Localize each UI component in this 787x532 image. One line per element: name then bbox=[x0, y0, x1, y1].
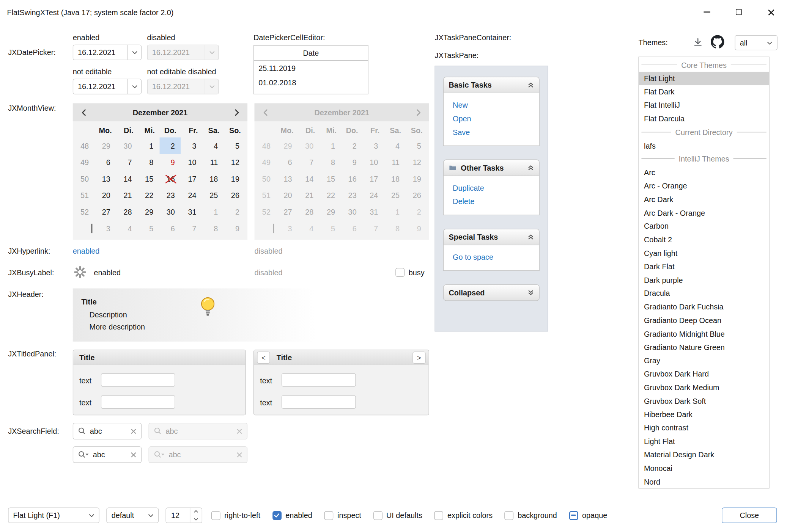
theme-list-item[interactable]: Hiberbee Dark bbox=[639, 408, 769, 421]
table-row[interactable]: 25.11.2019 bbox=[254, 61, 368, 75]
theme-list-item[interactable]: Gradianto Nature Green bbox=[639, 341, 769, 354]
taskpane-link[interactable]: Open bbox=[453, 112, 539, 126]
calendar-day[interactable]: 8 bbox=[138, 154, 159, 171]
calendar-day[interactable]: 28 bbox=[116, 204, 138, 220]
spinner-value[interactable]: 12 bbox=[166, 508, 190, 523]
theme-list-item[interactable]: Arc - Orange bbox=[639, 179, 769, 192]
checkbox-enabled[interactable]: enabled bbox=[272, 511, 312, 520]
calendar-day[interactable]: 30 bbox=[159, 204, 181, 220]
taskpane-link[interactable]: New bbox=[453, 98, 539, 112]
search-field[interactable]: abc bbox=[73, 423, 142, 439]
taskpane-header[interactable]: Other Tasks bbox=[443, 160, 540, 176]
theme-list-item[interactable]: Cyan light bbox=[639, 246, 769, 260]
calendar-day[interactable]: 3 bbox=[95, 220, 116, 237]
clear-icon[interactable] bbox=[131, 428, 137, 434]
taskpane-link[interactable]: Delete bbox=[453, 195, 539, 208]
taskpane-link[interactable]: Duplicate bbox=[453, 181, 539, 195]
calendar-day[interactable]: 11 bbox=[202, 154, 224, 171]
theme-list-item[interactable]: Flat IntelliJ bbox=[639, 99, 769, 112]
calendar-day[interactable]: 22 bbox=[138, 187, 159, 204]
checkbox-opaque[interactable]: opaque bbox=[569, 511, 608, 520]
theme-list-item[interactable]: Nord bbox=[639, 475, 769, 488]
theme-list-item[interactable]: Gruvbox Dark Medium bbox=[639, 381, 769, 394]
calendar-day[interactable]: 24 bbox=[181, 187, 203, 204]
theme-list-item[interactable]: High contrast bbox=[639, 421, 769, 434]
theme-list-item[interactable]: Gradianto Dark Fuchsia bbox=[639, 300, 769, 313]
taskpane-header[interactable]: Special Tasks bbox=[443, 229, 540, 245]
calendar-day[interactable]: 26 bbox=[224, 187, 246, 204]
next-month-button[interactable] bbox=[229, 105, 243, 119]
table-row[interactable]: 01.02.2018 bbox=[254, 75, 368, 89]
theme-list-item[interactable]: Monocai bbox=[639, 461, 769, 475]
calendar-day[interactable]: 5 bbox=[138, 220, 159, 237]
calendar-day[interactable]: 12 bbox=[224, 154, 246, 171]
theme-list-item[interactable]: Gray bbox=[639, 354, 769, 367]
calendar-day[interactable]: 1 bbox=[138, 137, 159, 154]
hyperlink-enabled[interactable]: enabled bbox=[73, 247, 100, 255]
download-icon[interactable] bbox=[693, 37, 703, 48]
theme-list-item[interactable]: Cobalt 2 bbox=[639, 233, 769, 246]
taskpane-link[interactable]: Go to space bbox=[453, 250, 539, 264]
theme-list-item[interactable]: Carbon bbox=[639, 220, 769, 233]
table-column-header[interactable]: Date bbox=[254, 46, 368, 61]
calendar-day[interactable]: 31 bbox=[181, 204, 203, 220]
text-field[interactable] bbox=[282, 395, 356, 409]
maximize-button[interactable] bbox=[723, 0, 755, 24]
theme-list-item[interactable]: Gradianto Midnight Blue bbox=[639, 327, 769, 340]
busy-checkbox[interactable]: busy bbox=[395, 268, 424, 277]
font-size-spinner[interactable]: 12 bbox=[165, 508, 202, 523]
calendar-day[interactable]: 30 bbox=[116, 137, 138, 154]
clear-icon[interactable] bbox=[131, 452, 137, 458]
panel-left-button[interactable]: < bbox=[257, 352, 270, 364]
taskpane-header[interactable]: Collapsed bbox=[443, 284, 540, 301]
calendar-day[interactable]: 4 bbox=[116, 220, 138, 237]
theme-list-item[interactable]: Flat Dark bbox=[639, 85, 769, 98]
text-field[interactable] bbox=[101, 395, 175, 409]
laf-combo[interactable]: Flat Light (F1) bbox=[8, 508, 99, 523]
theme-list-item[interactable]: Gruvbox Dark Hard bbox=[639, 367, 769, 381]
calendar-day[interactable]: 1 bbox=[202, 204, 224, 220]
spinner-down-button[interactable] bbox=[190, 515, 201, 523]
checkbox-inspect[interactable]: inspect bbox=[324, 511, 361, 520]
calendar-day[interactable]: 6 bbox=[95, 154, 116, 171]
theme-list-item[interactable]: Gradianto Deep Ocean bbox=[639, 314, 769, 327]
calendar-day[interactable]: 7 bbox=[181, 220, 203, 237]
theme-list-item[interactable]: Material Design Dark bbox=[639, 448, 769, 461]
text-field[interactable] bbox=[101, 373, 175, 387]
prev-month-button[interactable] bbox=[77, 105, 91, 119]
github-icon[interactable] bbox=[711, 35, 724, 49]
calendar-day[interactable]: 16 bbox=[159, 171, 181, 187]
calendar-day[interactable]: 18 bbox=[202, 171, 224, 187]
checkbox-background[interactable]: background bbox=[505, 511, 557, 520]
theme-list-item[interactable]: Dark Flat bbox=[639, 260, 769, 273]
calendar-day[interactable]: 6 bbox=[159, 220, 181, 237]
taskpane-link[interactable]: Save bbox=[453, 126, 539, 139]
calendar-day[interactable]: 9 bbox=[224, 220, 246, 237]
datepicker-dropdown-button[interactable] bbox=[127, 79, 141, 94]
theme-list-item[interactable]: Light Flat bbox=[639, 435, 769, 448]
theme-list-item[interactable]: Arc Dark - Orange bbox=[639, 206, 769, 219]
theme-list-item[interactable]: Flat Light bbox=[639, 72, 769, 85]
themes-filter-combo[interactable]: all bbox=[735, 35, 777, 50]
theme-list-item[interactable]: Arc bbox=[639, 166, 769, 179]
theme-list-item[interactable]: Flat Darcula bbox=[639, 112, 769, 125]
close-button[interactable]: Close bbox=[722, 508, 777, 523]
calendar-day[interactable]: 10 bbox=[181, 154, 203, 171]
calendar-day[interactable]: 13 bbox=[95, 171, 116, 187]
spinner-up-button[interactable] bbox=[190, 508, 201, 515]
window-close-button[interactable] bbox=[755, 0, 787, 24]
calendar-day[interactable]: 4 bbox=[202, 137, 224, 154]
taskpane-header[interactable]: Basic Tasks bbox=[443, 77, 540, 93]
search-field[interactable]: abc bbox=[73, 446, 142, 463]
calendar-day[interactable]: 5 bbox=[224, 137, 246, 154]
checkbox-right-to-left[interactable]: right-to-left bbox=[211, 511, 260, 520]
calendar-day[interactable]: 9 bbox=[159, 154, 181, 171]
calendar-day[interactable]: 2 bbox=[159, 137, 181, 154]
panel-right-button[interactable]: > bbox=[412, 352, 425, 364]
minimize-button[interactable] bbox=[691, 0, 723, 24]
checkbox-ui-defaults[interactable]: UI defaults bbox=[373, 511, 422, 520]
theme-list-item[interactable]: Arc Dark bbox=[639, 193, 769, 206]
calendar-day[interactable]: 25 bbox=[202, 187, 224, 204]
datepicker-not-editable[interactable]: 16.12.2021 bbox=[73, 79, 142, 94]
calendar-day[interactable]: 20 bbox=[95, 187, 116, 204]
